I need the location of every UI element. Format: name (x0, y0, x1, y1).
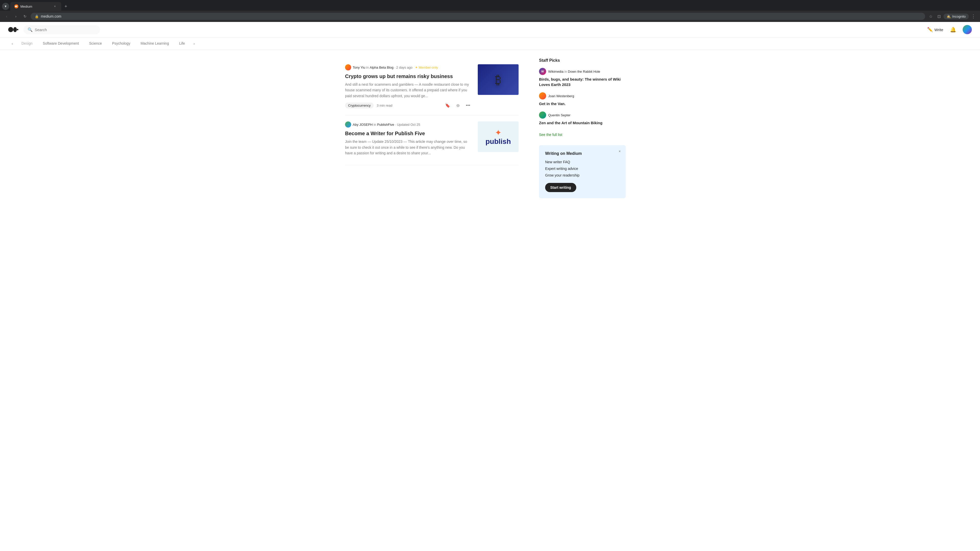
publication-name[interactable]: Alpha Beta Blog (370, 65, 393, 69)
security-icon: 🔒 (35, 14, 39, 18)
url-display: medium.com (41, 14, 61, 18)
pick-connector: in (565, 70, 567, 73)
pick-title[interactable]: Birds, bugs, and beauty: The winners of … (539, 76, 626, 87)
tab-switcher[interactable]: ▼ (2, 3, 9, 10)
incognito-label: Incognito (952, 14, 966, 18)
reload-button[interactable]: ↻ (21, 13, 29, 20)
article-meta: Tony Yiu in Alpha Beta Blog · 2 days ago… (345, 64, 472, 70)
author-in: in (366, 65, 369, 69)
article-main: Aby JOSEPH in PublishFive · Updated Oct … (345, 121, 472, 159)
pick-title[interactable]: Zen and the Art of Mountain Biking (539, 120, 626, 125)
publish-star-icon: ✦ (495, 128, 502, 138)
category-design[interactable]: Design (16, 38, 38, 49)
new-writer-faq-link[interactable]: New writer FAQ (545, 160, 620, 164)
article-thumbnail: ✦ publish (478, 121, 519, 152)
bookmark-button[interactable]: 🔖 (444, 102, 451, 109)
pick-meta: W Wikimedia in Down the Rabbit Hole (539, 68, 626, 75)
category-software-development[interactable]: Software Development (38, 38, 84, 49)
address-bar[interactable]: 🔒 medium.com (30, 13, 925, 20)
search-icon: 🔍 (27, 27, 33, 32)
author-name[interactable]: Aby JOSEPH (353, 123, 372, 127)
categories-list: Design Software Development Science Psyc… (16, 38, 190, 49)
pick-author: Quentin Septer (548, 113, 570, 117)
tab-close-button[interactable]: × (52, 4, 57, 9)
bookmark-icon: 🔖 (445, 103, 450, 108)
categories-next-button[interactable]: › (190, 38, 198, 50)
browser-toolbar: ‹ › ↻ 🔒 medium.com ☆ ⊡ 🕵 Incognito ⋮ (0, 11, 980, 22)
svg-rect-1 (16, 6, 18, 6)
pick-meta-text: Quentin Septer (548, 113, 570, 117)
header-actions: ✏️ Write 🔔 (927, 25, 972, 34)
less-button[interactable]: ⊖ (454, 102, 461, 109)
active-tab[interactable]: Medium × (10, 2, 61, 11)
category-life[interactable]: Life (174, 38, 190, 49)
see-full-list-link[interactable]: See the full list (539, 133, 562, 137)
writing-card-close-button[interactable]: × (617, 148, 623, 154)
expert-writing-link[interactable]: Expert writing advice (545, 167, 620, 171)
author-avatar (345, 121, 351, 127)
sidebar: Staff Picks W Wikimedia in Down the Rabb… (539, 58, 626, 198)
search-box[interactable]: 🔍 Search (24, 25, 100, 34)
article-excerpt: And still a nest for scammers and gamble… (345, 82, 472, 99)
article-card: Aby JOSEPH in PublishFive · Updated Oct … (345, 115, 519, 165)
pick-meta-text: Joan Westenberg (548, 94, 574, 98)
user-avatar[interactable] (963, 25, 972, 34)
pick-title[interactable]: Get in the Van. (539, 101, 626, 106)
pick-author: Joan Westenberg (548, 94, 574, 98)
staff-pick-item: Joan Westenberg Get in the Van. (539, 92, 626, 106)
categories-prev-button[interactable]: ‹ (8, 38, 16, 50)
split-view-button[interactable]: ⊡ (935, 13, 942, 20)
staff-pick-item: W Wikimedia in Down the Rabbit Hole Bird… (539, 68, 626, 87)
search-placeholder: Search (35, 27, 47, 32)
article-meta: Aby JOSEPH in PublishFive · Updated Oct … (345, 121, 472, 127)
svg-point-4 (13, 27, 17, 32)
browser-tabs: ▼ Medium × + (0, 0, 980, 11)
site-header: 🔍 Search ✏️ Write 🔔 (0, 22, 980, 38)
forward-button[interactable]: › (12, 13, 19, 20)
read-time: 3 min read (377, 103, 392, 107)
category-nav: ‹ Design Software Development Science Ps… (0, 38, 980, 50)
article-excerpt: Join the team — Update 25/10/2023 — This… (345, 139, 472, 156)
author-name[interactable]: Tony Yiu (353, 65, 365, 69)
bookmark-star-button[interactable]: ☆ (927, 13, 934, 20)
less-icon: ⊖ (456, 103, 460, 108)
write-label: Write (934, 27, 943, 32)
author-avatar (345, 64, 351, 70)
pick-avatar (539, 111, 546, 119)
article-title[interactable]: Crypto grows up but remains risky busine… (345, 73, 472, 79)
toolbar-actions: ☆ ⊡ 🕵 Incognito ⋮ (927, 13, 977, 20)
writing-card-title: Writing on Medium (545, 151, 620, 156)
notifications-button[interactable]: 🔔 (948, 25, 958, 34)
author-in: in (374, 123, 376, 127)
medium-logo[interactable] (8, 26, 18, 33)
tab-favicon (14, 4, 18, 8)
more-options-button[interactable]: ••• (465, 102, 472, 109)
article-title[interactable]: Become a Writer for Publish Five (345, 130, 472, 137)
pick-author: Wikimedia (548, 70, 563, 73)
browser-menu-button[interactable]: ⋮ (970, 13, 977, 20)
publication-name[interactable]: PublishFive (377, 123, 394, 127)
svg-point-5 (17, 29, 18, 30)
grow-readership-link[interactable]: Grow your readership (545, 173, 620, 177)
browser-chrome: ▼ Medium × + ‹ › ↻ 🔒 medium.com ☆ ⊡ (0, 0, 980, 22)
page-content: 🔍 Search ✏️ Write 🔔 ‹ Design Software De… (0, 22, 980, 550)
member-badge: ✦ Member-only (415, 65, 438, 69)
article-thumbnail: ₿ (478, 64, 519, 95)
category-psychology[interactable]: Psychology (107, 38, 135, 49)
staff-pick-item: Quentin Septer Zen and the Art of Mounta… (539, 111, 626, 125)
article-meta-text: Tony Yiu in Alpha Beta Blog · 2 days ago (353, 65, 412, 69)
pick-avatar: W (539, 68, 546, 75)
articles-feed: Tony Yiu in Alpha Beta Blog · 2 days ago… (345, 58, 519, 198)
start-writing-button[interactable]: Start writing (545, 183, 576, 192)
article-tag[interactable]: Cryptocurrency (345, 103, 374, 108)
new-tab-button[interactable]: + (62, 3, 69, 10)
category-science[interactable]: Science (84, 38, 107, 49)
pick-avatar (539, 92, 546, 100)
pick-meta-text: Wikimedia in Down the Rabbit Hole (548, 70, 600, 73)
svg-rect-2 (16, 6, 18, 7)
bitcoin-icon: ₿ (495, 73, 501, 87)
write-button[interactable]: ✏️ Write (927, 27, 943, 32)
prev-arrow-icon: ‹ (12, 41, 13, 46)
category-machine-learning[interactable]: Machine Learning (135, 38, 174, 49)
back-button[interactable]: ‹ (3, 13, 10, 20)
